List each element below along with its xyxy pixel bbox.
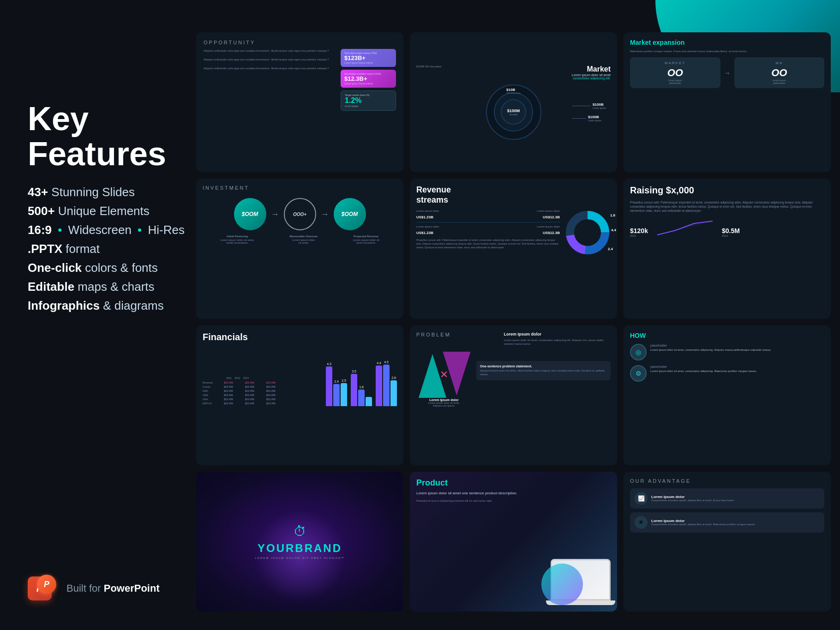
- arrow-icon: →: [724, 57, 731, 88]
- slide-problem[interactable]: PROBLEM Lorem Ipsum dolor Lorem ipsum do…: [410, 325, 617, 465]
- slides-grid: OPPORTUNITY Aliquem sollicitudin nula eg…: [192, 32, 840, 612]
- feature-item: Infographics & diagrams: [28, 299, 198, 313]
- donut-svg: [564, 210, 611, 256]
- built-for-text: Built for PowerPoint: [66, 582, 160, 594]
- features-list: 43+ Stunning Slides 500+ Unique Elements…: [28, 185, 198, 313]
- feature-item: 43+ Stunning Slides: [28, 185, 198, 199]
- advantage-icon-1: 📈: [635, 492, 648, 505]
- slide-market-expansion[interactable]: Market expansion Maecenas porttitor cong…: [624, 32, 831, 172]
- slide-product[interactable]: Product Lorem ipsum dolor sit amet one s…: [410, 472, 617, 612]
- slide-raising[interactable]: Raising $x,000 Phasellus cursus velit. P…: [624, 179, 831, 318]
- brand-name: YOURBRAND: [258, 542, 342, 555]
- ppt-icon-circle: P: [37, 575, 56, 594]
- key-features-title: Key Features: [28, 102, 198, 171]
- cross-icon: ✕: [440, 369, 448, 381]
- slide-brand[interactable]: ⏱ YOURBRAND LOREM IPSUM DOLOR SIT AMET S…: [196, 472, 403, 612]
- revenue-title: Revenuestreams: [416, 185, 611, 205]
- investment-arrow-1: →: [271, 210, 279, 219]
- slide-revenue-streams[interactable]: Revenuestreams Lorem ipsum dolor Lorem i…: [410, 179, 617, 318]
- financials-bar-chart: 4.3 2.4 2.5: [326, 346, 397, 406]
- market-expansion-title: Market expansion: [630, 39, 824, 46]
- advantage-item-2: 👁 Lorem Ipsum dolor Suspendisse tincidun…: [630, 512, 824, 533]
- feature-item: Editable maps & charts: [28, 280, 198, 294]
- market-title: Market: [572, 65, 611, 73]
- feature-item: 16:9 • Widescreen • Hi-Res: [28, 223, 198, 237]
- financials-title: Financials: [203, 332, 397, 342]
- raising-title: Raising $x,000: [630, 185, 824, 196]
- opp-header: OPPORTUNITY: [204, 40, 396, 45]
- feature-item: 500+ Unique Elements: [28, 204, 198, 218]
- slide-market[interactable]: $100B 00% description Market Lorem ipsum…: [410, 32, 617, 172]
- slide-how[interactable]: HOW ◎ placeholder Lorem ipsum dolor sit …: [624, 325, 831, 465]
- problem-arrows: ✕ Lorem Ipsum dolor Lorem ipsum dolor si…: [416, 349, 472, 400]
- bottom-logo: P P Built for PowerPoint: [28, 575, 160, 602]
- brand-icon: ⏱: [294, 524, 306, 539]
- feature-item: One-click colors & fonts: [28, 261, 198, 275]
- brand-slogan: LOREM IPSUM DOLOR SIT AMET SLOGAN™: [255, 557, 344, 559]
- raising-chart: [657, 219, 713, 237]
- slide-investment[interactable]: INVESTMENT $OOM → OOO+ → $OOM Initial Fi…: [196, 179, 403, 318]
- advantage-item-1: 📈 Lorem Ipsum dolor Suspendisse tincidun…: [630, 488, 824, 509]
- product-title: Product: [416, 478, 611, 488]
- revenue-donut-chart: 1.8 4.4 2.4: [564, 210, 611, 256]
- slide-opportunity[interactable]: OPPORTUNITY Aliquem sollicitudin nula eg…: [196, 32, 403, 172]
- left-panel: Key Features 43+ Stunning Slides 500+ Un…: [28, 102, 198, 313]
- slide-advantage[interactable]: OUR ADVANTAGE 📈 Lorem Ipsum dolor Suspen…: [624, 472, 831, 612]
- slide-financials[interactable]: Financials 2021 2022 2023 Revenue $23,45…: [196, 325, 403, 465]
- advantage-header: OUR ADVANTAGE: [630, 478, 824, 484]
- how-title: HOW: [630, 332, 824, 339]
- investment-header: INVESTMENT: [203, 185, 397, 191]
- how-icon-2: ⚙: [630, 365, 647, 382]
- ppt-circle-letter: P: [44, 580, 49, 589]
- how-icon-1: ◎: [630, 344, 647, 360]
- powerpoint-icon-container: P P: [28, 575, 60, 602]
- problem-header: PROBLEM: [416, 332, 451, 337]
- investment-arrow-2: →: [321, 210, 329, 219]
- feature-item: .PPTX format: [28, 242, 198, 256]
- advantage-icon-2: 👁: [635, 516, 648, 529]
